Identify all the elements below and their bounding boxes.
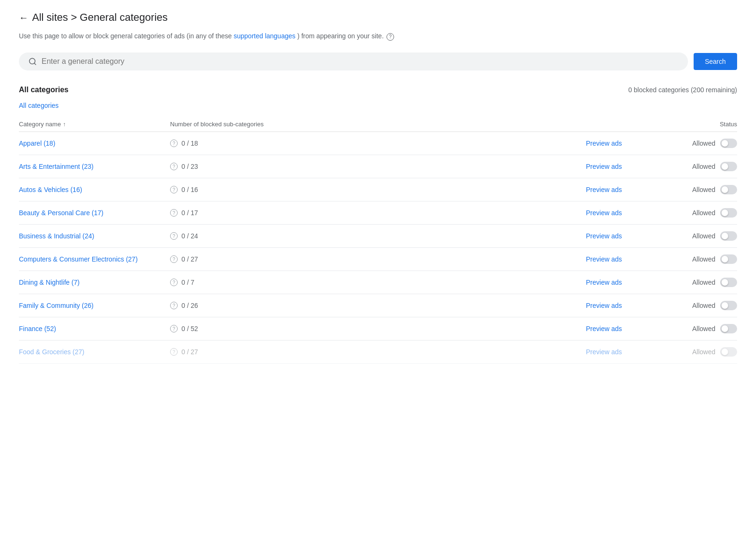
- question-icon[interactable]: ?: [170, 232, 178, 240]
- blocked-count-value: 0 / 27: [181, 348, 198, 356]
- blocked-cell: ? 0 / 52: [170, 325, 586, 332]
- preview-ads-link[interactable]: Preview ads: [586, 279, 622, 286]
- preview-ads-link[interactable]: Preview ads: [586, 140, 622, 147]
- category-cell: Family & Community (26): [19, 302, 170, 309]
- preview-ads-link[interactable]: Preview ads: [586, 186, 622, 193]
- preview-ads-link[interactable]: Preview ads: [586, 163, 622, 170]
- preview-ads-link[interactable]: Preview ads: [586, 348, 622, 356]
- search-icon: [28, 57, 37, 66]
- blocked-count-value: 0 / 24: [181, 232, 198, 240]
- table-row: Arts & Entertainment (23) ? 0 / 23 Previ…: [19, 155, 737, 178]
- toggle-switch[interactable]: [720, 347, 737, 357]
- toggle-switch[interactable]: [720, 301, 737, 310]
- preview-ads-link[interactable]: Preview ads: [586, 255, 622, 263]
- page-header: ← All sites > General categories: [19, 11, 737, 24]
- category-link[interactable]: Finance (52): [19, 325, 56, 332]
- category-link[interactable]: Computers & Consumer Electronics (27): [19, 255, 137, 263]
- question-icon[interactable]: ?: [170, 325, 178, 332]
- toggle-switch[interactable]: [720, 324, 737, 333]
- toggle-thumb: [722, 256, 728, 262]
- toggle-thumb: [722, 302, 728, 309]
- category-link[interactable]: Business & Industrial (24): [19, 232, 94, 240]
- toggle-switch[interactable]: [720, 162, 737, 171]
- category-link[interactable]: Dining & Nightlife (7): [19, 279, 79, 286]
- blocked-count-value: 0 / 16: [181, 186, 198, 193]
- toggle-thumb: [722, 233, 728, 239]
- blocked-cell: ? 0 / 16: [170, 186, 586, 193]
- toggle-thumb: [722, 349, 728, 355]
- preview-cell: Preview ads: [586, 279, 680, 286]
- preview-ads-link[interactable]: Preview ads: [586, 302, 622, 309]
- page-description: Use this page to allow or block general …: [19, 31, 737, 41]
- table-row: Family & Community (26) ? 0 / 26 Preview…: [19, 294, 737, 317]
- table-row: Autos & Vehicles (16) ? 0 / 16 Preview a…: [19, 178, 737, 201]
- status-cell: Allowed: [680, 162, 737, 171]
- category-cell: Business & Industrial (24): [19, 232, 170, 240]
- status-cell: Allowed: [680, 208, 737, 218]
- question-icon[interactable]: ?: [170, 348, 178, 356]
- search-bar: Search: [19, 52, 737, 70]
- back-button[interactable]: ←: [19, 12, 28, 23]
- search-input[interactable]: [42, 57, 679, 66]
- blocked-cell: ? 0 / 26: [170, 302, 586, 309]
- preview-cell: Preview ads: [586, 255, 680, 263]
- blocked-cell: ? 0 / 23: [170, 163, 586, 170]
- preview-ads-link[interactable]: Preview ads: [586, 232, 622, 240]
- category-link[interactable]: Arts & Entertainment (23): [19, 163, 94, 170]
- status-text: Allowed: [692, 325, 715, 332]
- toggle-switch[interactable]: [720, 208, 737, 218]
- all-categories-link[interactable]: All categories: [19, 102, 737, 109]
- toggle-thumb: [722, 163, 728, 170]
- search-button[interactable]: Search: [694, 53, 737, 70]
- description-help-icon[interactable]: ?: [387, 33, 394, 41]
- question-icon[interactable]: ?: [170, 186, 178, 193]
- status-text: Allowed: [692, 209, 715, 217]
- preview-ads-link[interactable]: Preview ads: [586, 209, 622, 217]
- blocked-count-value: 0 / 27: [181, 255, 198, 263]
- blocked-count-value: 0 / 23: [181, 163, 198, 170]
- category-cell: Apparel (18): [19, 140, 170, 147]
- toggle-switch[interactable]: [720, 254, 737, 264]
- category-cell: Beauty & Personal Care (17): [19, 209, 170, 217]
- status-text: Allowed: [692, 279, 715, 286]
- blocked-count: 0 blocked categories (200 remaining): [628, 86, 737, 94]
- section-title: All categories: [19, 86, 69, 94]
- category-link[interactable]: Food & Groceries (27): [19, 348, 85, 356]
- toggle-switch[interactable]: [720, 185, 737, 194]
- preview-ads-link[interactable]: Preview ads: [586, 325, 622, 332]
- category-cell: Dining & Nightlife (7): [19, 279, 170, 286]
- toggle-switch[interactable]: [720, 278, 737, 287]
- category-cell: Computers & Consumer Electronics (27): [19, 255, 170, 263]
- category-link[interactable]: Apparel (18): [19, 140, 55, 147]
- svg-line-1: [34, 63, 35, 64]
- question-icon[interactable]: ?: [170, 163, 178, 170]
- status-text: Allowed: [692, 186, 715, 193]
- question-icon[interactable]: ?: [170, 302, 178, 309]
- status-cell: Allowed: [680, 185, 737, 194]
- blocked-cell: ? 0 / 7: [170, 279, 586, 286]
- category-link[interactable]: Autos & Vehicles (16): [19, 186, 82, 193]
- blocked-count-value: 0 / 7: [181, 279, 194, 286]
- category-link[interactable]: Beauty & Personal Care (17): [19, 209, 103, 217]
- status-text: Allowed: [692, 302, 715, 309]
- category-link[interactable]: Family & Community (26): [19, 302, 94, 309]
- preview-cell: Preview ads: [586, 302, 680, 309]
- question-icon[interactable]: ?: [170, 209, 178, 217]
- search-input-wrapper: [19, 52, 688, 70]
- col-header-status: Status: [680, 121, 737, 128]
- table-row: Apparel (18) ? 0 / 18 Preview ads Allowe…: [19, 132, 737, 155]
- toggle-thumb: [722, 210, 728, 216]
- toggle-thumb: [722, 140, 728, 147]
- status-text: Allowed: [692, 255, 715, 263]
- sort-arrow-icon[interactable]: ↑: [63, 121, 66, 128]
- supported-languages-link[interactable]: supported languages: [233, 32, 295, 40]
- toggle-switch[interactable]: [720, 139, 737, 148]
- question-icon[interactable]: ?: [170, 255, 178, 263]
- question-icon[interactable]: ?: [170, 279, 178, 286]
- blocked-cell: ? 0 / 24: [170, 232, 586, 240]
- table-row: Finance (52) ? 0 / 52 Preview ads Allowe…: [19, 317, 737, 341]
- toggle-thumb: [722, 279, 728, 286]
- category-cell: Food & Groceries (27): [19, 348, 170, 356]
- toggle-switch[interactable]: [720, 231, 737, 241]
- question-icon[interactable]: ?: [170, 140, 178, 147]
